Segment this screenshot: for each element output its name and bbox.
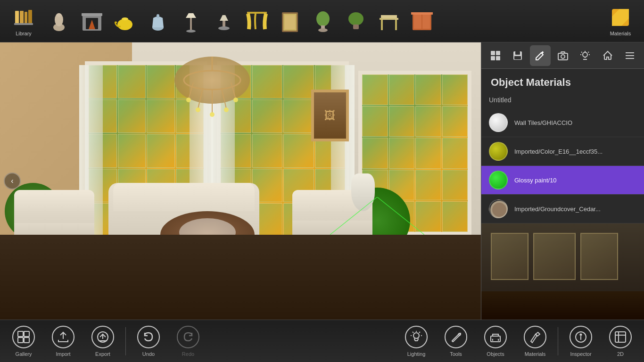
- obj-thumb-side-table[interactable]: [372, 5, 405, 37]
- svg-rect-62: [496, 56, 500, 60]
- svg-rect-21: [223, 21, 225, 27]
- material-item-groundcover[interactable]: Imported/Groundcover_Cedar...: [481, 195, 644, 223]
- svg-rect-39: [422, 15, 430, 29]
- library-label: Library: [16, 31, 32, 36]
- svg-point-30: [348, 12, 363, 25]
- save-tool-button[interactable]: [508, 45, 528, 66]
- painting: 🖼: [311, 90, 349, 141]
- svg-point-7: [57, 13, 61, 17]
- tools-icon: [445, 326, 467, 348]
- list-tool-button[interactable]: [619, 45, 640, 66]
- nav-back-button[interactable]: ‹: [4, 173, 21, 189]
- lighting-label: Lighting: [407, 351, 426, 357]
- obj-thumb-curtains[interactable]: [240, 5, 273, 37]
- panel-toolbar: [481, 42, 644, 69]
- svg-point-19: [186, 30, 196, 33]
- 2d-button[interactable]: 2D: [602, 322, 639, 360]
- obj-thumb-teapot[interactable]: [108, 5, 141, 37]
- svg-rect-36: [381, 15, 397, 18]
- inspector-button[interactable]: Inspector: [562, 322, 600, 360]
- separator-right: [558, 327, 558, 355]
- paint-tool-button[interactable]: [530, 45, 551, 66]
- svg-point-27: [316, 11, 330, 26]
- bottom-tool-group-undo: Undo Redo: [130, 322, 207, 360]
- svg-rect-72: [18, 331, 23, 337]
- material-item-wall-tiles[interactable]: Wall Tiles/GHIACCIO: [481, 108, 644, 137]
- materials-bottom-button[interactable]: Materials: [516, 322, 554, 360]
- svg-rect-73: [24, 331, 29, 337]
- svg-rect-86: [493, 334, 498, 336]
- svg-point-22: [218, 26, 230, 30]
- svg-rect-1: [20, 11, 24, 24]
- svg-rect-10: [82, 13, 102, 16]
- svg-rect-60: [496, 51, 500, 55]
- svg-point-49: [186, 98, 191, 102]
- panel-title: Object Materials: [481, 69, 644, 94]
- camera-tool-button[interactable]: [553, 45, 573, 66]
- svg-rect-92: [615, 332, 626, 342]
- import-icon: [52, 326, 74, 348]
- objects-button[interactable]: Objects: [477, 322, 514, 360]
- svg-line-82: [413, 332, 413, 333]
- import-button[interactable]: Import: [44, 322, 82, 360]
- svg-rect-3: [28, 10, 32, 24]
- svg-rect-16: [157, 14, 159, 18]
- scene-tool-button[interactable]: [485, 45, 506, 66]
- svg-rect-34: [381, 20, 383, 30]
- light-tool-button[interactable]: [575, 45, 595, 66]
- redo-button[interactable]: Redo: [169, 322, 207, 360]
- material-item-imported-color[interactable]: Imported/Color_E16__1eccf35...: [481, 137, 644, 166]
- material-swatch-white: [489, 113, 508, 132]
- svg-rect-31: [353, 25, 359, 29]
- bottom-toolbar: Gallery Import Export: [0, 320, 644, 362]
- svg-rect-64: [515, 51, 520, 55]
- obj-thumb-picture-frame[interactable]: [273, 5, 306, 37]
- svg-rect-61: [491, 56, 495, 60]
- svg-point-51: [210, 112, 215, 117]
- obj-thumb-potted-plant[interactable]: [339, 5, 372, 37]
- svg-rect-65: [514, 56, 521, 59]
- 2d-label: 2D: [617, 351, 624, 357]
- svg-rect-38: [414, 15, 421, 29]
- redo-label: Redo: [182, 351, 194, 357]
- svg-rect-18: [190, 18, 192, 30]
- svg-rect-4: [14, 23, 33, 25]
- svg-rect-2: [25, 12, 27, 24]
- obj-thumb-pitcher[interactable]: [141, 5, 174, 37]
- obj-thumb-table-lamp[interactable]: [207, 5, 240, 37]
- svg-point-50: [196, 107, 200, 112]
- viewport-3d[interactable]: 🖼 ‹: [0, 42, 481, 320]
- svg-point-77: [413, 333, 419, 338]
- lighting-button[interactable]: Lighting: [397, 322, 435, 360]
- home-tool-button[interactable]: [597, 45, 618, 66]
- obj-thumb-storage-cabinet[interactable]: [405, 5, 438, 37]
- svg-rect-33: [380, 18, 382, 20]
- svg-rect-35: [395, 20, 397, 30]
- obj-thumb-fireplace[interactable]: [75, 5, 108, 37]
- separator-left: [125, 327, 126, 355]
- gallery-button[interactable]: Gallery: [5, 322, 42, 360]
- export-label: Export: [95, 351, 110, 357]
- material-name-groundcover: Imported/Groundcover_Cedar...: [514, 206, 636, 213]
- redo-icon: [177, 326, 199, 348]
- svg-rect-23: [247, 12, 267, 14]
- obj-thumb-floor-plant[interactable]: [306, 5, 339, 37]
- svg-rect-0: [15, 11, 19, 24]
- inspector-icon: [570, 326, 592, 348]
- tools-button[interactable]: Tools: [437, 322, 475, 360]
- svg-point-53: [233, 98, 238, 102]
- materials-button[interactable]: Materials: [602, 2, 639, 40]
- library-button[interactable]: Library: [5, 2, 42, 40]
- undo-button[interactable]: Undo: [130, 322, 167, 360]
- 2d-icon: [609, 326, 632, 348]
- materials-label: Materials: [610, 31, 631, 36]
- top-toolbar: Library: [0, 0, 644, 42]
- svg-point-68: [583, 52, 587, 57]
- obj-thumb-floor-lamp[interactable]: [174, 5, 207, 37]
- svg-line-55: [330, 197, 377, 235]
- export-button[interactable]: Export: [84, 322, 122, 360]
- bottom-tool-group-inspector: Inspector 2D: [562, 322, 639, 360]
- material-item-glossy-paint[interactable]: Glossy paint/10: [481, 166, 644, 195]
- obj-thumb-vase-ornament[interactable]: [42, 5, 75, 37]
- bottom-tool-group-left: Gallery Import Export: [5, 322, 122, 360]
